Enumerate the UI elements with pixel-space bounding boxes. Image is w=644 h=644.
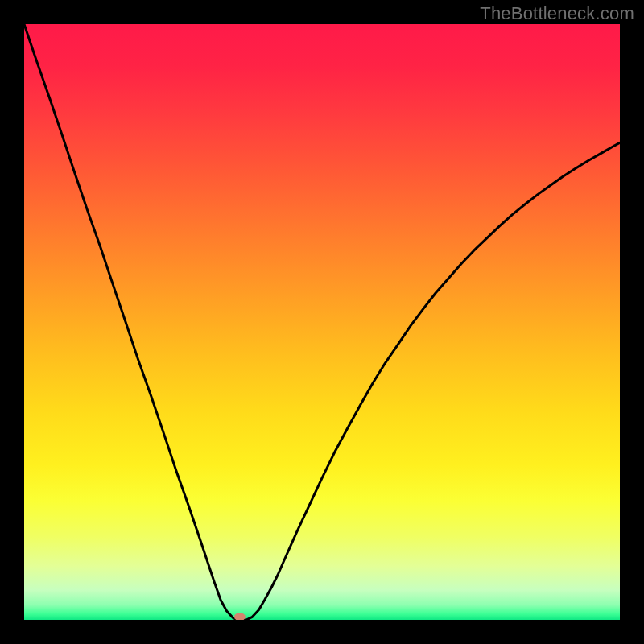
chart-frame: TheBottleneck.com xyxy=(0,0,644,644)
watermark-text: TheBottleneck.com xyxy=(480,3,634,24)
chart-background xyxy=(24,24,620,620)
svg-rect-0 xyxy=(24,24,620,620)
